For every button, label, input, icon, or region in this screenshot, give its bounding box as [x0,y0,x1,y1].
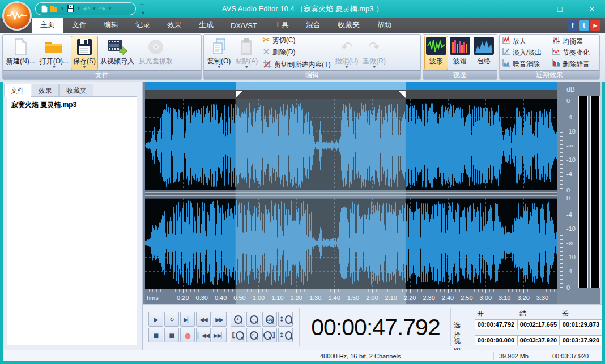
sidebar-tab-文件[interactable]: 文件 [4,84,31,97]
ruler-tick [535,289,535,292]
zoom-in-button[interactable]: + [231,312,245,327]
waveform-view-icon [426,37,446,57]
zoom-selection-start-modifier: [ [232,331,235,339]
cut-icon: ✂ [262,36,270,45]
minimize-button[interactable]: – [514,2,537,16]
menu-tab-文件[interactable]: 文件 [63,18,95,33]
ribbon-button-剪切(C)[interactable]: ✂剪切(C) [262,36,330,45]
menu-tab-混合[interactable]: 混合 [297,18,329,33]
zoom-out-button[interactable]: − [246,312,261,327]
ribbon-button-剪切到所选内容(T)[interactable]: 剪切到所选内容(T) [262,59,330,71]
zoom-selection-start-button[interactable]: [ [231,328,245,342]
zoom-vertical-out-button[interactable]: ↕ [278,328,293,342]
overview-bar[interactable] [145,82,557,91]
timeline-ruler[interactable]: hms 0:200:300:400:501:001:101:201:301:40… [145,289,557,304]
ribbon-button-波形[interactable]: 波形 [424,36,448,70]
magnifier-icon [285,315,292,324]
ruler-label: 0:30 [196,294,208,301]
menu-tab-生成[interactable]: 生成 [190,18,222,33]
ribbon-button-节奏变化[interactable]: 节奏变化 [552,47,599,58]
fast-forward-button[interactable]: ▶▶ [212,312,227,327]
waveform-editor: hms 0:200:300:400:501:001:101:201:301:40… [143,82,602,304]
menu-tab-帮助[interactable]: 帮助 [368,18,400,33]
go-to-end-button[interactable]: ▶▶▏ [212,328,227,342]
title-bar: ▼ ▼ ↶ ▼ ↷ ▼ ▔▼ AVS Audio Editor 10.4 （寂寞… [0,0,605,18]
selection-end-marker-icon[interactable] [399,91,406,98]
selection-start-marker-icon[interactable] [236,91,242,98]
menu-tab-主页[interactable]: 主页 [32,18,63,33]
ribbon-button-从视频导入[interactable]: 从视频导入 [98,36,137,70]
social-links: f t ▶ [568,20,600,31]
ribbon-group-label: 近期效果 [500,70,599,79]
file-list-item[interactable]: 寂寞火焰 夏灵楠.mp3 [11,100,133,110]
zoom-to-selection-button[interactable]: ▫ [246,328,261,342]
ruler-tick [152,289,153,292]
file-list[interactable]: 寂寞火焰 夏灵楠.mp3 [7,96,137,345]
position-value-视图-结束[interactable]: 00:03:37.920 [517,335,560,345]
play-button[interactable]: ▶ [148,312,163,327]
db-scale-label: -∞ [566,239,573,246]
maximize-button[interactable]: □ [548,2,571,16]
fast-forward-icon: ▶▶ [215,316,223,323]
ruler-tick [376,289,377,292]
zoom-buttons: +−100↕[▫]↕ [231,312,293,342]
ribbon-button-label: 剪切(C) [272,36,296,45]
ribbon-button-label: 撤消(U) [335,57,359,65]
position-value-选择-结束[interactable]: 00:02:17.665 [517,319,560,329]
zoom-selection-end-button[interactable]: ] [262,328,277,342]
ruler-tick [312,289,312,292]
app-logo[interactable] [2,1,32,31]
youtube-icon[interactable]: ▶ [590,20,600,31]
sidebar-tabs: 文件效果收藏夹 [4,84,93,97]
menu-tab-编辑[interactable]: 编辑 [95,18,127,33]
waveform-canvas[interactable] [145,99,557,289]
ribbon-button-淡入/淡出[interactable]: 淡入/淡出 [502,47,552,58]
ruler-label: 1:00 [253,294,265,301]
go-to-start-button[interactable]: ▏◀◀ [196,328,211,342]
menu-tab-记录[interactable]: 记录 [127,18,159,33]
rewind-button[interactable]: ◀◀ [196,312,211,327]
ruler-tick [282,289,282,292]
close-button[interactable]: × [581,2,603,16]
menu-tab-工具[interactable]: 工具 [266,18,297,33]
ribbon-button-波谱[interactable]: 波谱 [448,36,472,70]
menu-tab-效果[interactable]: 效果 [159,18,190,33]
position-value-视图-长度[interactable]: 00:03:37.920 [560,335,602,345]
ruler-tick [236,289,236,292]
ribbon-button-删除(D)[interactable]: ✕删除(D) [262,48,330,57]
ribbon-button-保存(S)[interactable]: 保存(S)▼ [71,36,98,70]
pause-button[interactable]: ▮▮ [164,328,179,342]
position-value-选择-长度[interactable]: 00:01:29.873 [560,319,602,329]
vertical-scrollbar[interactable] [600,82,602,304]
ribbon-button-删除静音[interactable]: 删除静音 [552,58,599,70]
stop-button[interactable]: ■ [148,328,163,342]
overview-selection[interactable] [236,82,406,90]
ribbon-button-label: 保存(S) [73,57,96,65]
record-button[interactable]: ● [180,328,195,342]
sidebar-tab-效果[interactable]: 效果 [32,84,59,97]
ruler-label: 2:20 [404,294,416,301]
loop-button[interactable]: ↻ [164,312,179,327]
ruler-label: 1:50 [347,294,359,301]
position-value-选择-开始[interactable]: 00:00:47.792 [475,319,517,329]
position-value-视图-开始[interactable]: 00:00:00.000 [475,335,517,345]
ruler-tick [380,289,380,292]
ribbon-button-放大[interactable]: 放大 [502,36,552,47]
ribbon-button-打开(O)...[interactable]: 打开(O)...▼ [37,36,71,70]
zoom-vertical-in-button[interactable]: ↕ [278,312,293,327]
play-to-end-button[interactable]: ▶▏ [180,312,195,327]
ribbon-button-包络[interactable]: 包络 [472,36,496,70]
menu-tab-DX/VST[interactable]: DX/VST [222,19,266,33]
facebook-icon[interactable]: f [568,20,578,31]
ribbon-button-新建(N)...[interactable]: 新建(N)... [4,36,37,70]
ribbon-button-噪音消除[interactable]: 噪音消除 [502,58,552,70]
ruler-label: 1:30 [309,294,321,301]
ribbon-button-复制(O)[interactable]: 复制(O)▼ [205,36,233,70]
sidebar-tab-收藏夹[interactable]: 收藏夹 [59,84,93,97]
ribbon-button-均衡器[interactable]: 均衡器 [552,36,599,47]
menu-tab-收藏夹[interactable]: 收藏夹 [329,18,368,33]
twitter-icon[interactable]: t [579,20,589,31]
zoom-100-button[interactable]: 100 [262,312,277,327]
ruler-tick [258,289,259,293]
marker-strip[interactable] [145,90,557,99]
